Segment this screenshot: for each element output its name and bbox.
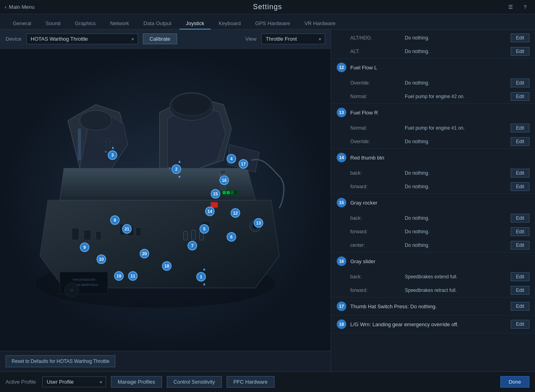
edit-14-forward[interactable]: Edit: [511, 182, 529, 191]
profile-select[interactable]: User Profile: [42, 376, 106, 387]
back-button[interactable]: ‹ Main Menu: [5, 4, 35, 10]
edit-16-back[interactable]: Edit: [511, 272, 529, 281]
edit-16-forward[interactable]: Edit: [511, 286, 529, 295]
calibrate-button[interactable]: Calibrate: [143, 33, 177, 44]
device-select[interactable]: HOTAS Warthog Throttle: [26, 33, 138, 44]
edit-14-back[interactable]: Edit: [511, 169, 529, 177]
badge-13[interactable]: 13: [254, 218, 263, 228]
view-select[interactable]: Throttle Front Throttle Back Throttle Si…: [261, 33, 325, 44]
badge-3-up: ▲: [111, 145, 115, 150]
badge-3-y-label: Y: [105, 150, 107, 154]
badge-1[interactable]: 1: [196, 272, 206, 282]
svg-rect-5: [72, 228, 79, 240]
badge-2-down: ▼: [175, 175, 184, 179]
badge-3[interactable]: 3: [108, 150, 117, 160]
badge-14[interactable]: 14: [205, 207, 215, 216]
app-header: ‹ Main Menu Settings ☰ ?: [0, 0, 535, 14]
badge-5[interactable]: 5: [199, 224, 209, 234]
question-icon[interactable]: ?: [520, 2, 530, 12]
mapping-row-14-back: back: Do nothing. Edit: [331, 166, 535, 180]
badge-1-up-indicator: ▲: [199, 267, 209, 271]
mapping-row-15-center: center: Do nothing. Edit: [331, 238, 535, 252]
done-button[interactable]: Done: [500, 376, 529, 388]
tab-keyboard[interactable]: Keyboard: [212, 18, 247, 30]
label-15-forward: forward:: [350, 229, 402, 234]
back-label: Main Menu: [9, 4, 34, 10]
tab-vr-hardware[interactable]: VR Hardware: [298, 18, 342, 30]
badge-8[interactable]: 8: [110, 215, 120, 225]
badge-16[interactable]: 16: [219, 175, 229, 185]
tab-network[interactable]: Network: [104, 18, 136, 30]
badge-20[interactable]: 20: [140, 249, 149, 258]
mapping-label-alt: ALT:: [350, 49, 402, 54]
control-sensitivity-button[interactable]: Control Sensitivity: [167, 376, 222, 388]
badge-19[interactable]: 19: [114, 271, 124, 281]
tab-sound[interactable]: Sound: [39, 18, 67, 30]
badge-6[interactable]: 6: [227, 232, 236, 242]
badge-7[interactable]: 7: [188, 241, 197, 250]
group-num-18: 18: [337, 319, 346, 329]
group-header-14: 14 Red thumb btn: [331, 149, 535, 166]
tab-general[interactable]: General: [6, 18, 38, 30]
mapping-row-16-forward: forward: Speedbrakes retract full. Edit: [331, 284, 535, 297]
badge-2-up: ▲: [175, 159, 184, 163]
manage-profiles-button[interactable]: Manage Profiles: [111, 376, 162, 388]
edit-button-alt[interactable]: Edit: [511, 47, 529, 56]
badge-15[interactable]: 15: [211, 189, 220, 199]
tab-data-output[interactable]: Data Output: [137, 18, 178, 30]
badge-11[interactable]: 11: [128, 271, 138, 281]
tab-graphics[interactable]: Graphics: [69, 18, 102, 30]
label-15-back: back:: [350, 215, 402, 221]
svg-text:✈: ✈: [71, 289, 73, 292]
group-num-15: 15: [337, 198, 346, 207]
edit-button-alt-hdg[interactable]: Edit: [511, 33, 529, 42]
mapping-row-15-forward: forward: Do nothing. Edit: [331, 225, 535, 238]
edit-12-override[interactable]: Edit: [511, 79, 529, 87]
value-15-back: Do nothing.: [405, 215, 508, 221]
edit-15-center[interactable]: Edit: [511, 241, 529, 250]
right-panel[interactable]: ALT/HDG: Do nothing. Edit ALT: Do nothin…: [331, 30, 535, 371]
mapping-group-12: 12 Fuel Flow L Override: Do nothing. Edi…: [331, 59, 535, 104]
mapping-row-14-forward: forward: Do nothing. Edit: [331, 180, 535, 193]
reset-defaults-button[interactable]: Reset to Defaults for HOTAS Warthog Thro…: [6, 355, 115, 367]
badge-9[interactable]: 9: [80, 242, 89, 252]
badge-2[interactable]: 2: [172, 164, 181, 174]
throttle-illustration: THRUSTMASTER HOTAS WARTHOG ✈: [0, 49, 311, 320]
edit-12-normal[interactable]: Edit: [511, 92, 529, 101]
value-16-forward: Speedbrakes retract full.: [405, 288, 508, 293]
mapping-group-18: 18 L/G Wrn: Landing gear emergency overr…: [331, 315, 535, 333]
sliders-icon[interactable]: ☰: [505, 2, 516, 12]
view-label: View: [245, 36, 257, 42]
svg-rect-17: [227, 191, 230, 194]
badge-10[interactable]: 10: [97, 254, 106, 264]
main-layout: Device HOTAS Warthog Throttle Calibrate …: [0, 30, 535, 371]
badge-21[interactable]: 21: [122, 224, 132, 234]
edit-13-override[interactable]: Edit: [511, 137, 529, 146]
value-14-forward: Do nothing.: [405, 184, 508, 189]
badge-18[interactable]: 18: [162, 261, 172, 271]
tab-gps-hardware[interactable]: GPS Hardware: [249, 18, 296, 30]
badge-12[interactable]: 12: [231, 208, 240, 218]
left-panel: Device HOTAS Warthog Throttle Calibrate …: [0, 30, 331, 371]
edit-15-back[interactable]: Edit: [511, 214, 529, 223]
value-12-normal: Fuel pump for engine #2 on.: [405, 94, 508, 99]
value-13-override: Do nothing.: [405, 139, 508, 144]
badge-17[interactable]: 17: [239, 159, 248, 169]
edit-15-forward[interactable]: Edit: [511, 227, 529, 236]
nav-tabs: General Sound Graphics Network Data Outp…: [0, 14, 535, 30]
edit-17[interactable]: Edit: [511, 302, 529, 311]
svg-rect-7: [96, 231, 101, 240]
group-name-16: Gray slider: [350, 258, 375, 264]
mapping-row-13-normal: Normal: Fuel pump for engine #1 on. Edit: [331, 121, 535, 135]
view-select-wrapper: Throttle Front Throttle Back Throttle Si…: [261, 33, 325, 44]
edit-18[interactable]: Edit: [511, 320, 529, 329]
left-bottom-bar: Reset to Defaults for HOTAS Warthog Thro…: [0, 351, 331, 371]
label-16-forward: forward:: [350, 288, 402, 293]
value-13-normal: Fuel pump for engine #1 on.: [405, 125, 508, 131]
value-15-center: Do nothing.: [405, 242, 508, 248]
tab-joystick[interactable]: Joystick: [180, 18, 211, 30]
badge-4[interactable]: 4: [227, 154, 236, 163]
pfc-hardware-button[interactable]: PFC Hardware: [227, 376, 274, 388]
group-header-17: 17 Thumb Hat Switch Press: Do nothing. E…: [331, 297, 535, 315]
edit-13-normal[interactable]: Edit: [511, 124, 529, 132]
